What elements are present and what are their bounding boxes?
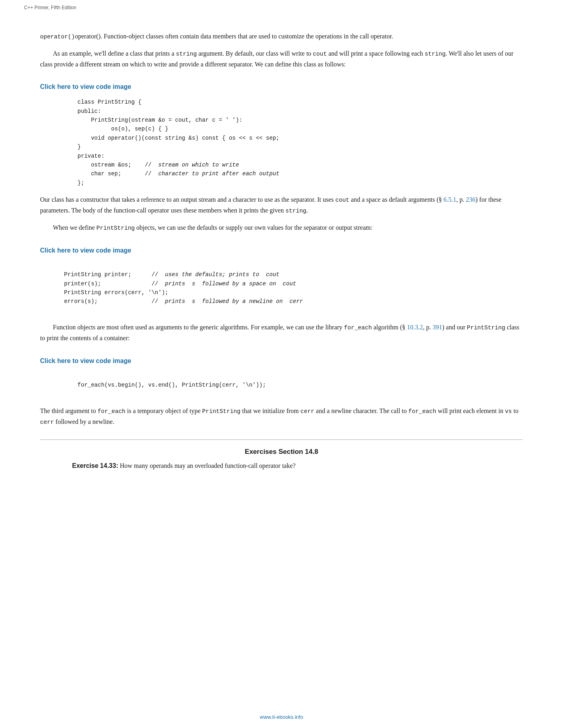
book-title: C++ Primer, Fifth Edition — [24, 5, 76, 10]
paragraph-4: When we define PrintString objects, we c… — [40, 223, 523, 233]
exercise-label: Exercise — [72, 462, 99, 469]
code-line-4: errors(s); // prints s followed by a new… — [64, 298, 303, 305]
paragraph-5: Function objects are most often used as … — [40, 322, 523, 343]
p3-cout: cout — [335, 197, 349, 203]
p5-page2-link[interactable]: 391 — [432, 324, 442, 331]
p3-comma: , p. — [456, 196, 466, 203]
code-block-1: class PrintString { public: PrintString(… — [64, 98, 523, 187]
p3-start: Our class has a constructor that takes a… — [40, 196, 335, 203]
code-text-1: class PrintString { public: PrintString(… — [64, 99, 279, 186]
paragraph-3: Our class has a constructor that takes a… — [40, 195, 523, 216]
p3-ref1: 6.5.1 — [443, 196, 456, 203]
p1-text: operator(). Function-object classes ofte… — [75, 33, 393, 40]
p5-page2: 391 — [432, 324, 442, 331]
p3-string: string — [286, 208, 306, 214]
p4-ps: PrintString — [97, 225, 135, 231]
p5-comma2: , p. — [423, 324, 432, 331]
p2-cout: cout — [313, 51, 327, 57]
p6-foreach2: for_each — [408, 408, 436, 415]
exercise-number: 14.33: — [100, 462, 118, 469]
p2-start: As an example, we'll define a class that… — [53, 50, 176, 57]
exercises-section-title: Exercises Section 14.8 — [72, 448, 491, 456]
p6-cerr: cerr — [300, 408, 314, 415]
p6-start: The third argument to — [40, 407, 98, 414]
code-block-3: for_each(vs.begin(), vs.end(), PrintStri… — [64, 372, 523, 399]
operator-code: operator() — [40, 34, 75, 40]
p6-end4: followed by a newline. — [54, 418, 115, 425]
p3-mid: and a space as default arguments (§ — [349, 196, 443, 203]
p5-start: Function objects are most often used as … — [53, 324, 344, 331]
p3-page1: 236 — [466, 196, 475, 203]
p2-string1: string — [176, 51, 197, 57]
p6-foreach: for_each — [98, 408, 126, 415]
p6-mid: is a temporary object of type — [125, 407, 202, 414]
page-content: operator()operator(). Function-object cl… — [0, 15, 563, 503]
p2-string2: string — [425, 51, 446, 57]
p5-ref2-link[interactable]: 10.3.2 — [407, 324, 423, 331]
p3-page1-link[interactable]: 236 — [466, 196, 475, 203]
paragraph-2: As an example, we'll define a class that… — [40, 48, 523, 70]
code-block-2: PrintString printer; // uses the default… — [64, 261, 523, 315]
p6-end2: will print each element in — [436, 407, 505, 414]
click-link-2[interactable]: Click here to view code image — [40, 247, 131, 254]
p3-period: . — [306, 207, 308, 214]
p2-mid1: argument. By default, our class will wri… — [197, 50, 313, 57]
p6-cerr2: cerr — [40, 419, 54, 425]
p6-end: and a newline character. The call to — [314, 407, 408, 414]
p5-ps: PrintString — [467, 325, 505, 331]
code-line-3: PrintString errors(cerr, '\n'); — [64, 289, 168, 296]
exercises-box: Exercises Section 14.8 Exercise 14.33: H… — [40, 439, 523, 471]
click-link-3[interactable]: Click here to view code image — [40, 357, 131, 365]
paragraph-1: operator()operator(). Function-object cl… — [40, 31, 523, 42]
page-footer: www.it-ebooks.info — [0, 714, 563, 720]
code-line-2: printer(s); // prints s followed by a sp… — [64, 281, 296, 287]
exercise-text: How many operands may an overloaded func… — [120, 462, 296, 469]
p6-mid2: that we initialize from — [241, 407, 301, 414]
page-header: C++ Primer, Fifth Edition — [0, 0, 563, 15]
p3-ref1-link[interactable]: 6.5.1 — [443, 196, 456, 203]
p5-ref2: 10.3.2 — [407, 324, 423, 331]
click-link-1[interactable]: Click here to view code image — [40, 83, 131, 90]
code-line-1: PrintString printer; // uses the default… — [64, 271, 279, 278]
p5-end: ) and our — [442, 324, 467, 331]
p6-ps: PrintString — [202, 408, 241, 415]
paragraph-6: The third argument to for_each is a temp… — [40, 406, 523, 427]
p6-vs: vs — [505, 408, 512, 415]
p2-mid2: and will print a space following each — [327, 50, 424, 57]
footer-url[interactable]: www.it-ebooks.info — [260, 714, 303, 720]
code-line-5: for_each(vs.begin(), vs.end(), PrintStri… — [64, 382, 266, 388]
p5-mid: algorithm (§ — [372, 324, 407, 331]
p4-end: objects, we can use the defaults or supp… — [135, 224, 373, 231]
exercise-14-33: Exercise 14.33: How many operands may an… — [72, 461, 491, 471]
p5-foreach: for_each — [344, 325, 372, 331]
p4-start: When we define — [53, 224, 97, 231]
p6-end3: to — [512, 407, 518, 414]
